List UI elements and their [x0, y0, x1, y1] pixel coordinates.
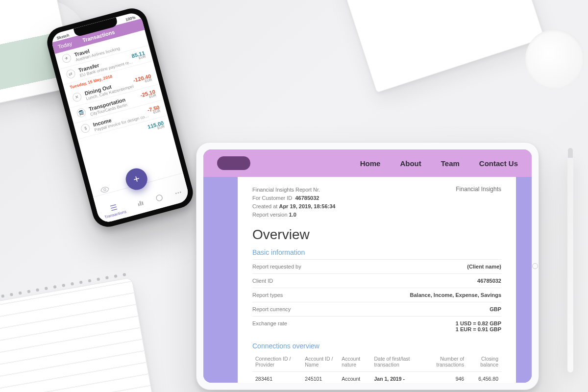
meta-customer-id: 46785032	[295, 195, 319, 201]
table-row: 283461 Santander santander_gb 245101 OAu…	[252, 372, 501, 383]
meta-created-at: Apr 19, 2019, 18:56:34	[279, 203, 335, 209]
cell-account: 245101 OAuth account	[302, 372, 339, 383]
info-value: 1 USD = 0.82 GBP 1 EUR = 0.91 GBP	[456, 320, 501, 332]
left-gutter	[203, 177, 238, 383]
info-row: Report requested by (Client name)	[252, 259, 501, 273]
th-account: Account ID / Name	[302, 353, 339, 372]
meta-customer-label: For Customer ID	[252, 195, 292, 201]
loose-paper	[338, 0, 545, 93]
jar-lid	[525, 29, 584, 88]
svg-rect-5	[139, 201, 142, 206]
report-document: Financial Insights Report Nr. For Custom…	[238, 177, 516, 383]
info-value: 46785032	[477, 278, 501, 284]
header-spacer	[125, 25, 139, 29]
info-row: Report types Balance, Income, Expense, S…	[252, 288, 501, 302]
th-dates: Date of first/last transaction	[371, 353, 420, 372]
brand-pill[interactable]	[217, 156, 250, 170]
cell-nature: Account	[339, 372, 371, 383]
svg-rect-3	[111, 208, 117, 210]
info-key: Exchange rate	[252, 320, 287, 332]
info-key: Report types	[252, 292, 283, 298]
tx-amount: 85.11 EUR	[131, 50, 146, 62]
connections-table: Connection ID / Provider Account ID / Na…	[252, 353, 501, 383]
transfer-icon: ⇄	[66, 69, 76, 79]
tab-budget[interactable]	[154, 193, 164, 203]
tab-reports[interactable]	[135, 198, 145, 208]
info-value: Balance, Income, Expense, Savings	[410, 292, 501, 298]
section-connections: Connections overview	[252, 342, 501, 350]
income-icon: ＄	[80, 123, 91, 134]
transport-icon: 🚍	[76, 107, 87, 118]
nav-home[interactable]: Home	[360, 159, 381, 168]
tx-amount: 115.00 EUR	[147, 120, 165, 132]
cell-count: 946	[421, 372, 467, 383]
tablet-screen: Home About Team Contact Us Financial Ins…	[203, 149, 532, 383]
th-balance: Closing balance	[467, 353, 501, 372]
dining-icon: ✕	[72, 92, 82, 102]
page-title: Overview	[252, 227, 501, 243]
spiral-notebook	[0, 277, 159, 392]
cell-dates: Jan 1, 2019 - Jul 1, 2019	[371, 372, 420, 383]
stylus-pencil	[567, 157, 573, 372]
svg-point-0	[103, 188, 106, 191]
tx-amount: -25.10 EUR	[140, 89, 157, 100]
meta-version-label: Report version	[252, 212, 288, 218]
report-viewport[interactable]: Financial Insights Report Nr. For Custom…	[203, 177, 532, 383]
svg-rect-1	[110, 204, 116, 206]
meta-line1: Financial Insights Report Nr.	[252, 186, 335, 194]
th-count: Number of transactions	[421, 353, 467, 372]
cell-connection: 283461 Santander santander_gb	[252, 372, 302, 383]
nav-team[interactable]: Team	[441, 159, 460, 168]
th-nature: Account nature	[339, 353, 371, 372]
phone-screen: Sketch 9:41 AM 100% Today Transactions ✈…	[49, 11, 190, 224]
header-today-button[interactable]: Today	[57, 40, 73, 49]
tx-amount: -7.50 EUR	[147, 104, 161, 116]
phone-device: Sketch 9:41 AM 100% Today Transactions ✈…	[44, 5, 196, 230]
tab-transactions[interactable]: Transactions	[102, 201, 127, 220]
plane-icon: ✈	[61, 53, 72, 64]
th-connection: Connection ID / Provider	[252, 353, 302, 372]
tab-more[interactable]	[173, 188, 183, 198]
site-navbar: Home About Team Contact Us	[203, 149, 532, 177]
report-meta: Financial Insights Report Nr. For Custom…	[252, 186, 335, 219]
info-value: GBP	[490, 306, 501, 312]
eye-icon[interactable]	[99, 185, 110, 196]
info-row: Client ID 46785032	[252, 273, 501, 288]
info-key: Client ID	[252, 278, 273, 284]
svg-point-10	[180, 192, 181, 193]
svg-rect-4	[138, 203, 140, 206]
svg-rect-6	[141, 201, 143, 205]
tablet-home-button[interactable]	[532, 263, 538, 269]
svg-rect-2	[111, 206, 117, 208]
nav-about[interactable]: About	[400, 159, 421, 168]
svg-point-7	[156, 195, 163, 202]
nav-contact[interactable]: Contact Us	[479, 159, 518, 168]
right-gutter	[516, 177, 532, 383]
add-transaction-button[interactable]: +	[123, 166, 150, 193]
svg-point-9	[177, 192, 179, 194]
brand-label: Financial Insights	[456, 186, 501, 193]
meta-version: 1.0	[289, 212, 296, 218]
info-row: Report currency GBP	[252, 302, 501, 316]
phone-bottom-bar: + Transactions	[93, 173, 191, 224]
tablet-device: Home About Team Contact Us Financial Ins…	[196, 142, 539, 390]
info-value: (Client name)	[467, 264, 501, 270]
section-basic-info: Basic information	[252, 248, 501, 256]
info-key: Report requested by	[252, 264, 301, 270]
info-row: Exchange rate 1 USD = 0.82 GBP 1 EUR = 0…	[252, 316, 501, 336]
svg-point-8	[175, 193, 177, 194]
cell-balance: 6,456.80 EUR 5,865.92 GBP	[467, 372, 501, 383]
meta-created-label: Created at	[252, 203, 277, 209]
info-key: Report currency	[252, 306, 291, 312]
tx-amount: -120.40 EUR	[132, 73, 152, 86]
